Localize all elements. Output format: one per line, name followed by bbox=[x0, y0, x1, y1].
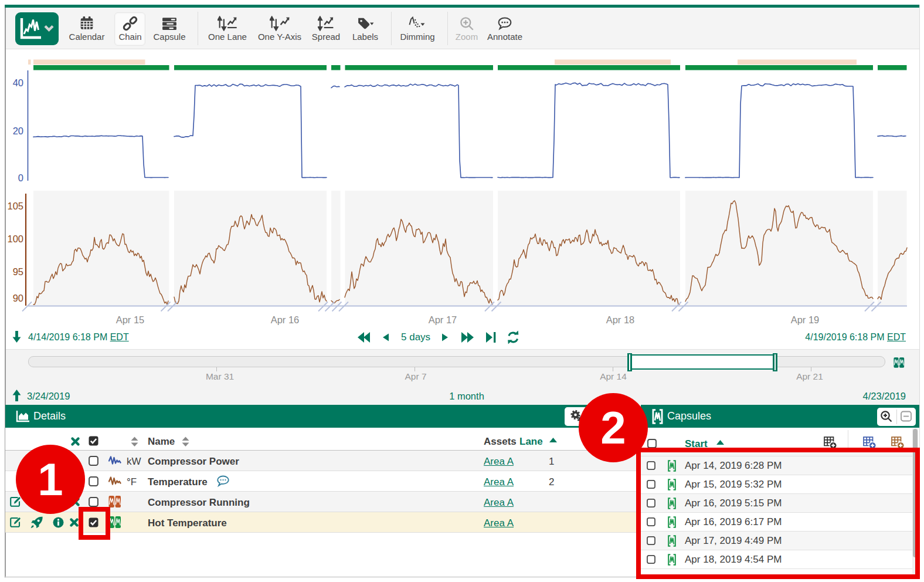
svg-text:Apr 15: Apr 15 bbox=[116, 314, 145, 325]
svg-text:105: 105 bbox=[7, 201, 23, 211]
svg-text:20: 20 bbox=[13, 126, 23, 136]
svg-text:40: 40 bbox=[13, 77, 23, 88]
svg-text:100: 100 bbox=[7, 234, 23, 244]
svg-text:Apr 16: Apr 16 bbox=[271, 314, 300, 325]
svg-text:Apr 17: Apr 17 bbox=[429, 314, 457, 325]
svg-text:90: 90 bbox=[13, 293, 23, 303]
svg-text:95: 95 bbox=[13, 266, 23, 277]
svg-text:0: 0 bbox=[18, 172, 23, 183]
svg-text:Apr 18: Apr 18 bbox=[606, 314, 635, 325]
svg-text:Apr 19: Apr 19 bbox=[791, 314, 820, 325]
